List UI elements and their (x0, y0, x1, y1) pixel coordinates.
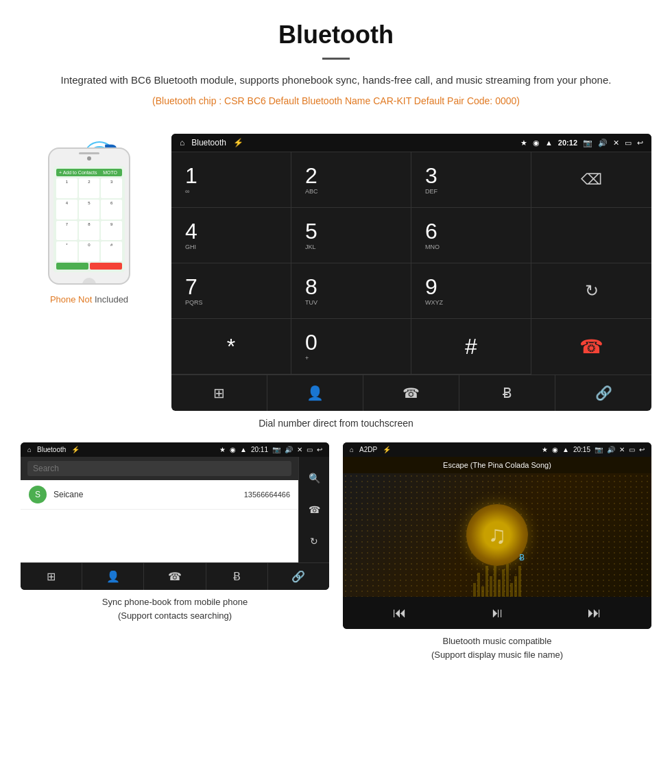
phone-header-text: + Add to Contacts (59, 170, 97, 175)
phone-keypad: 1 2 3 4 5 6 7 8 9 * 0 # (56, 178, 122, 261)
key-end-call[interactable]: ☎ (531, 319, 651, 375)
key-2-sub: ABC (305, 188, 318, 195)
pb-win-icon[interactable]: ▭ (307, 446, 313, 453)
key-refresh[interactable]: ↻ (531, 263, 651, 319)
bottom-bluetooth-icon[interactable]: Ƀ (459, 375, 555, 411)
key-2[interactable]: 2 ABC (291, 152, 411, 208)
key-9-main: 9 (425, 276, 437, 298)
key-0[interactable]: 0 + (291, 319, 411, 375)
pb-main-left: S Seicane 13566664466 (21, 457, 298, 562)
music-vol-icon[interactable]: 🔊 (607, 446, 615, 453)
phone-key-6: 6 (101, 200, 122, 219)
key-5-main: 5 (305, 220, 317, 242)
phone-key-star: * (56, 241, 77, 261)
radio-screen: ⌂ Bluetooth ⚡ ★ ◉ ▲ 20:12 📷 🔊 ✕ ▭ ↩ (171, 134, 651, 411)
home-icon[interactable]: ⌂ (180, 138, 184, 147)
pb-vol-icon[interactable]: 🔊 (285, 446, 293, 453)
bottom-grid-icon[interactable]: ⊞ (171, 375, 267, 411)
key-8-main: 8 (305, 276, 317, 298)
music-back-icon[interactable]: ↩ (639, 446, 645, 453)
pb-main-area: S Seicane 13566664466 🔍 ☎ ↻ (21, 457, 329, 562)
music-bt-icon: ★ (542, 446, 548, 453)
window-icon[interactable]: ▭ (625, 139, 632, 147)
key-3-sub: DEF (425, 188, 437, 195)
pb-bottom-person[interactable]: 👤 (82, 563, 144, 590)
header-section: Bluetooth Integrated with BC6 Bluetooth … (0, 0, 672, 134)
music-win-icon[interactable]: ▭ (629, 446, 635, 453)
key-0-main: 0 (305, 331, 317, 353)
pb-bottom-phone[interactable]: ☎ (144, 563, 206, 590)
key-3[interactable]: 3 DEF (411, 152, 531, 208)
radio-screen-container: ⌂ Bluetooth ⚡ ★ ◉ ▲ 20:12 📷 🔊 ✕ ▭ ↩ (171, 134, 651, 411)
pb-cam-icon[interactable]: 📷 (272, 446, 280, 453)
prev-track-icon[interactable]: ⏮ (393, 605, 407, 621)
next-track-icon[interactable]: ⏭ (588, 605, 601, 621)
music-cam-icon[interactable]: 📷 (595, 446, 603, 453)
pb-refresh-icon[interactable]: ↻ (310, 536, 318, 547)
pb-bottom-bt[interactable]: Ƀ (206, 563, 268, 590)
pb-search-input[interactable] (27, 461, 291, 476)
music-bt-badge: Ƀ (519, 553, 525, 562)
music-screen: ⌂ A2DP ⚡ ★ ◉ ▲ 20:15 📷 🔊 ✕ ▭ ↩ E (343, 442, 651, 629)
camera-icon[interactable]: 📷 (583, 139, 592, 147)
music-status-bar: ⌂ A2DP ⚡ ★ ◉ ▲ 20:15 📷 🔊 ✕ ▭ ↩ (343, 442, 651, 457)
music-home-icon[interactable]: ⌂ (350, 446, 354, 453)
pb-phone-icon[interactable]: ☎ (309, 504, 320, 515)
phone-key-hash: # (101, 241, 122, 261)
key-backspace[interactable]: ⌫ (531, 152, 651, 208)
phonebook-caption-line2: (Support contacts searching) (118, 610, 232, 621)
pb-search-bar (21, 457, 298, 480)
phone-not-text: Phone Not (50, 294, 92, 305)
back-icon[interactable]: ↩ (637, 139, 643, 147)
key-9[interactable]: 9 WXYZ (411, 263, 531, 319)
music-block: ⌂ A2DP ⚡ ★ ◉ ▲ 20:15 📷 🔊 ✕ ▭ ↩ E (343, 442, 651, 661)
pb-list-item[interactable]: S Seicane 13566664466 (21, 480, 298, 510)
music-app-name: A2DP (359, 446, 377, 453)
key-star[interactable]: * (171, 319, 291, 375)
volume-icon[interactable]: 🔊 (598, 139, 608, 147)
main-caption: Dial number direct from touchscreen (0, 411, 672, 442)
key-6-sub: MNO (425, 243, 440, 250)
bluetooth-app-name: Bluetooth (191, 138, 226, 147)
pb-search-icon[interactable]: 🔍 (309, 473, 320, 484)
pb-time: 20:11 (251, 446, 268, 453)
bottom-person-icon[interactable]: 👤 (267, 375, 363, 411)
close-icon[interactable]: ✕ (613, 139, 619, 147)
title-divider (322, 58, 350, 60)
radio-status-bar: ⌂ Bluetooth ⚡ ★ ◉ ▲ 20:12 📷 🔊 ✕ ▭ ↩ (171, 134, 651, 152)
phone-key-1: 1 (56, 178, 77, 198)
play-pause-icon[interactable]: ⏯ (490, 605, 504, 621)
music-caption-line1: Bluetooth music compatible (443, 636, 552, 646)
pb-loc-icon: ◉ (230, 446, 236, 453)
pb-bottom-link[interactable]: 🔗 (268, 563, 329, 590)
key-4[interactable]: 4 GHI (171, 208, 291, 263)
music-time: 20:15 (573, 446, 590, 453)
key-7-sub: PQRS (185, 299, 203, 306)
music-status-right: ★ ◉ ▲ 20:15 📷 🔊 ✕ ▭ ↩ (542, 446, 645, 453)
key-7[interactable]: 7 PQRS (171, 263, 291, 319)
specs-line: (Bluetooth chip : CSR BC6 Default Blueto… (41, 95, 631, 106)
time-display: 20:12 (558, 139, 577, 147)
location-icon: ◉ (533, 139, 540, 147)
phonebook-caption-line1: Sync phone-book from mobile phone (102, 597, 248, 607)
contact-name: Seicane (53, 490, 244, 499)
key-8[interactable]: 8 TUV (291, 263, 411, 319)
pb-status-left: ⌂ Bluetooth ⚡ (27, 446, 80, 453)
key-1[interactable]: 1 ∞ (171, 152, 291, 208)
key-5[interactable]: 5 JKL (291, 208, 411, 263)
key-0-sub: + (305, 355, 309, 361)
key-4-sub: GHI (185, 243, 196, 250)
pb-home-icon[interactable]: ⌂ (27, 446, 32, 453)
pb-back-icon[interactable]: ↩ (317, 446, 322, 453)
music-close-icon[interactable]: ✕ (619, 446, 625, 453)
pb-right-icons: 🔍 ☎ ↻ (298, 457, 329, 562)
bottom-phone-icon[interactable]: ☎ (363, 375, 459, 411)
pb-bottom-grid[interactable]: ⊞ (21, 563, 82, 590)
music-signal-icon: ▲ (562, 446, 569, 453)
key-6[interactable]: 6 MNO (411, 208, 531, 263)
phone-key-4: 4 (56, 200, 77, 219)
key-hash[interactable]: # (411, 319, 531, 375)
bottom-link-icon[interactable]: 🔗 (555, 375, 651, 411)
phone-screen: + Add to Contacts MOTO 1 2 3 4 5 6 7 8 9… (53, 166, 125, 272)
pb-close-icon[interactable]: ✕ (297, 446, 302, 453)
